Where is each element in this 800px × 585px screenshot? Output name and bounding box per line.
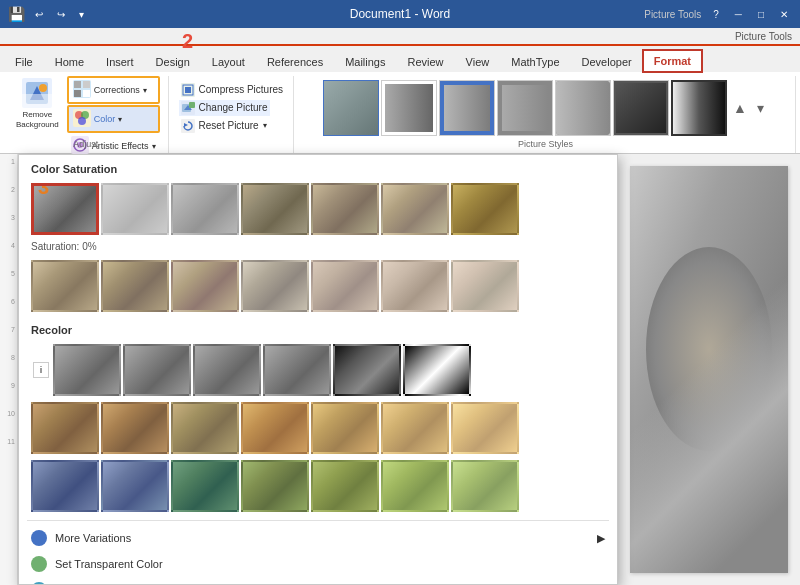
more-variations-item[interactable]: More Variations ▶ (19, 525, 617, 551)
set-transparent-item[interactable]: Set Transparent Color (19, 551, 617, 577)
change-picture-button[interactable]: Change Picture (179, 100, 270, 116)
tab-home[interactable]: Home (44, 51, 95, 72)
undo-button[interactable]: ↩ (31, 7, 47, 22)
minimize-button[interactable]: ─ (731, 7, 746, 22)
ruler-mark-5: 5 (0, 270, 17, 298)
tab-format[interactable]: Format (643, 50, 702, 72)
svg-rect-4 (22, 94, 52, 108)
compress-pictures-label: Compress Pictures (199, 84, 283, 95)
tab-design[interactable]: Design (145, 51, 201, 72)
tone-thumb-1[interactable] (101, 260, 169, 312)
tab-mailings[interactable]: Mailings (334, 51, 396, 72)
style-thumb-dark[interactable] (613, 80, 669, 136)
customize-qat[interactable]: ▾ (75, 7, 88, 22)
help-button[interactable]: ? (709, 7, 723, 22)
picture-options-group: Compress Pictures Change Picture Reset P… (171, 76, 294, 153)
document-area (618, 154, 800, 585)
recolor-thumb-r2[interactable] (193, 344, 261, 396)
svg-rect-7 (83, 81, 90, 88)
style-thumb-bw[interactable] (671, 80, 727, 136)
tone-thumb-3[interactable] (241, 260, 309, 312)
tone-thumb-2[interactable] (171, 260, 239, 312)
recolor-r2-6[interactable] (451, 402, 519, 454)
ruler-mark-11: 11 (0, 438, 17, 466)
picture-color-options-item[interactable]: Picture Color Options... (19, 577, 617, 585)
color-button[interactable]: Color ▾ (67, 105, 160, 133)
tone-thumb-5[interactable] (381, 260, 449, 312)
tab-references[interactable]: References (256, 51, 334, 72)
compress-pictures-button[interactable]: Compress Pictures (179, 82, 285, 98)
change-picture-label: Change Picture (199, 102, 268, 113)
corrections-chevron[interactable]: ▾ (143, 86, 147, 95)
remove-background-button[interactable]: RemoveBackground (12, 76, 63, 131)
style-thumb-3[interactable] (439, 80, 495, 136)
tab-layout[interactable]: Layout (201, 51, 256, 72)
tab-view[interactable]: View (455, 51, 501, 72)
saturation-thumb-5[interactable] (381, 183, 449, 235)
recolor-thumb-contrast[interactable] (403, 344, 471, 396)
title-bar-right: Picture Tools ? ─ □ ✕ (644, 7, 792, 22)
saturation-thumb-3[interactable] (241, 183, 309, 235)
ruler-left: 1 2 3 4 5 6 7 8 9 10 11 (0, 154, 18, 585)
tone-thumb-4[interactable] (311, 260, 379, 312)
save-icon[interactable]: 💾 (8, 6, 25, 22)
reset-picture-label: Reset Picture (199, 120, 259, 131)
picture-styles-group-label: Picture Styles (296, 139, 795, 149)
reset-picture-chevron[interactable]: ▾ (263, 121, 267, 130)
restore-button[interactable]: □ (754, 7, 768, 22)
recolor-r3-2[interactable] (171, 460, 239, 512)
saturation-thumb-1[interactable] (101, 183, 169, 235)
redo-button[interactable]: ↪ (53, 7, 69, 22)
recolor-row1: i (19, 340, 617, 400)
saturation-thumb-2[interactable] (171, 183, 239, 235)
style-thumb-1[interactable] (323, 80, 379, 136)
reset-picture-button[interactable]: Reset Picture ▾ (179, 118, 269, 134)
saturation-label: Saturation: 0% (19, 239, 617, 256)
recolor-r2-1[interactable] (101, 402, 169, 454)
recolor-r3-6[interactable] (451, 460, 519, 512)
title-bar-left: 💾 ↩ ↪ ▾ (8, 6, 88, 22)
tone-thumbnails (19, 256, 617, 316)
tab-review[interactable]: Review (397, 51, 455, 72)
ruler-mark-7: 7 (0, 326, 17, 354)
ruler-mark-4: 4 (0, 242, 17, 270)
ribbon: RemoveBackground Corrections ▾ (0, 72, 800, 154)
recolor-r3-3[interactable] (241, 460, 309, 512)
recolor-r2-0[interactable] (31, 402, 99, 454)
recolor-thumb-r1[interactable] (123, 344, 191, 396)
recolor-row2 (19, 400, 617, 458)
close-button[interactable]: ✕ (776, 7, 792, 22)
recolor-thumb-bw[interactable] (333, 344, 401, 396)
recolor-r2-4[interactable] (311, 402, 379, 454)
styles-scroll-up[interactable]: ▲ (729, 98, 751, 118)
color-chevron[interactable]: ▾ (118, 115, 122, 124)
svg-rect-6 (74, 81, 81, 88)
adjust-group2-label (171, 139, 293, 149)
tab-insert[interactable]: Insert (95, 51, 145, 72)
tone-thumb-6[interactable] (451, 260, 519, 312)
saturation-thumb-6[interactable] (451, 183, 519, 235)
recolor-r2-2[interactable] (171, 402, 239, 454)
tab-file[interactable]: File (4, 51, 44, 72)
tone-thumb-0[interactable] (31, 260, 99, 312)
recolor-r2-5[interactable] (381, 402, 449, 454)
style-thumb-2[interactable] (381, 80, 437, 136)
more-variations-label: More Variations (55, 532, 131, 544)
saturation-thumb-0[interactable]: 3 (31, 183, 99, 235)
corrections-button[interactable]: Corrections ▾ (67, 76, 160, 104)
recolor-r2-3[interactable] (241, 402, 309, 454)
annotation-2: 2 (182, 30, 193, 53)
style-thumb-4[interactable] (497, 80, 553, 136)
recolor-thumb-r0[interactable] (53, 344, 121, 396)
svg-point-3 (39, 84, 47, 92)
recolor-r3-1[interactable] (101, 460, 169, 512)
recolor-thumb-r3[interactable] (263, 344, 331, 396)
style-thumb-5[interactable] (555, 80, 611, 136)
saturation-thumb-4[interactable] (311, 183, 379, 235)
tab-developer[interactable]: Developer (571, 51, 643, 72)
recolor-r3-0[interactable] (31, 460, 99, 512)
recolor-r3-5[interactable] (381, 460, 449, 512)
tab-mathtype[interactable]: MathType (500, 51, 570, 72)
styles-scroll-down[interactable]: ▾ (753, 98, 768, 118)
recolor-r3-4[interactable] (311, 460, 379, 512)
